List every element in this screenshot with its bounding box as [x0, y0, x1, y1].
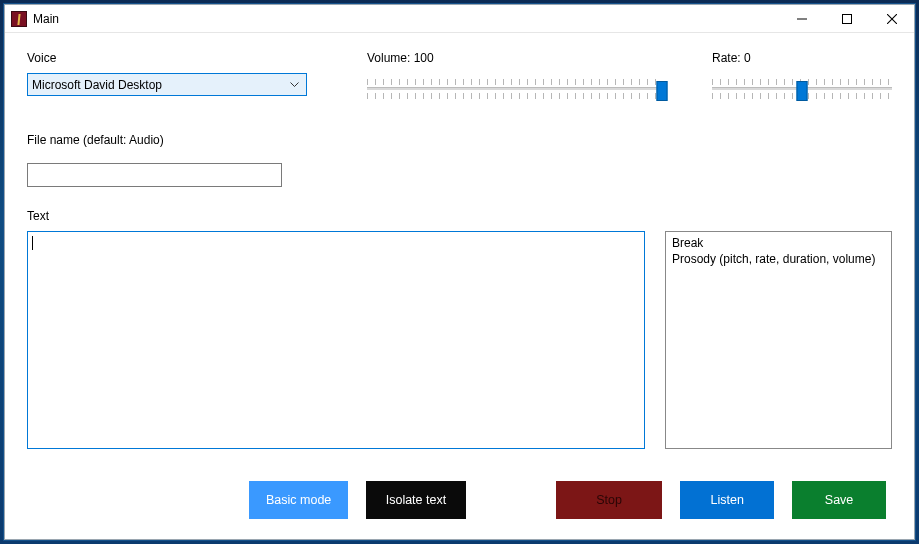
volume-slider[interactable] [367, 77, 662, 107]
minimize-icon [797, 14, 807, 24]
volume-thumb[interactable] [657, 81, 668, 101]
minimize-button[interactable] [779, 5, 824, 32]
rate-thumb[interactable] [797, 81, 808, 101]
listen-button[interactable]: Listen [680, 481, 774, 519]
filename-label: File name (default: Audio) [27, 133, 282, 147]
close-button[interactable] [869, 5, 914, 32]
title-bar: Main [5, 5, 914, 33]
tags-item-prosody[interactable]: Prosody (pitch, rate, duration, volume) [672, 251, 885, 267]
isolate-text-button[interactable]: Isolate text [366, 481, 465, 519]
voice-dropdown[interactable]: Microsoft David Desktop [27, 73, 307, 96]
tags-list[interactable]: Break Prosody (pitch, rate, duration, vo… [665, 231, 892, 449]
filename-input[interactable] [27, 163, 282, 187]
voice-selected: Microsoft David Desktop [32, 78, 286, 92]
maximize-button[interactable] [824, 5, 869, 32]
rate-label: Rate: 0 [712, 51, 892, 65]
voice-label: Voice [27, 51, 307, 65]
rate-slider[interactable] [712, 77, 892, 107]
save-button[interactable]: Save [792, 481, 886, 519]
chevron-down-icon [286, 74, 302, 95]
close-icon [887, 14, 897, 24]
maximize-icon [842, 14, 852, 24]
svg-rect-0 [842, 14, 851, 23]
basic-mode-button[interactable]: Basic mode [249, 481, 348, 519]
client-area: Voice Microsoft David Desktop Volume: 10… [5, 33, 914, 539]
footer-buttons: Basic mode Isolate text Stop Listen Save [5, 481, 914, 519]
volume-label: Volume: 100 [367, 51, 662, 65]
main-window: Main Voice Microsoft David Desktop [4, 4, 915, 540]
tags-item-break[interactable]: Break [672, 235, 885, 251]
stop-button[interactable]: Stop [556, 481, 663, 519]
text-label: Text [27, 209, 892, 223]
text-input[interactable] [27, 231, 645, 449]
app-icon [11, 11, 27, 27]
text-caret [32, 236, 33, 250]
window-title: Main [33, 5, 59, 33]
